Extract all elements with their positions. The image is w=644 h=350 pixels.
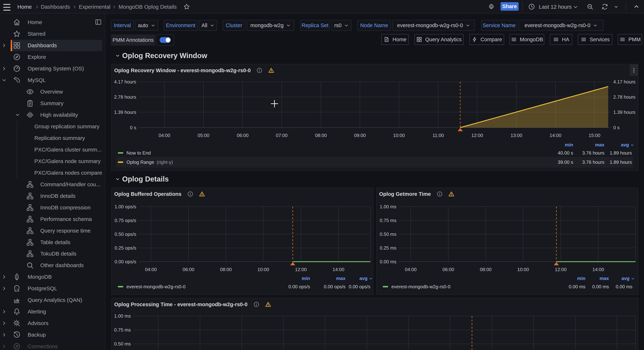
svg-text:14:00: 14:00	[550, 133, 561, 138]
svg-text:13:00: 13:00	[510, 133, 522, 138]
svg-text:1.00 ops/s: 1.00 ops/s	[114, 204, 136, 209]
svg-text:08:00: 08:00	[315, 133, 327, 138]
svg-text:09:00: 09:00	[354, 133, 366, 138]
svg-text:2.78 hours: 2.78 hours	[613, 94, 636, 100]
svg-text:0.25 ms: 0.25 ms	[380, 245, 397, 251]
svg-text:0.75 ops/s: 0.75 ops/s	[114, 218, 136, 223]
svg-text:10:00: 10:00	[257, 267, 269, 272]
svg-text:0.50 ms: 0.50 ms	[114, 341, 131, 346]
svg-text:06:00: 06:00	[237, 133, 248, 138]
svg-text:12:00: 12:00	[295, 267, 307, 272]
svg-text:1.00 ms: 1.00 ms	[114, 313, 131, 319]
svg-text:05:00: 05:00	[198, 133, 209, 138]
svg-text:1.39 hours: 1.39 hours	[114, 109, 136, 115]
svg-text:08:00: 08:00	[480, 267, 492, 272]
svg-text:04:00: 04:00	[158, 133, 170, 138]
svg-text:10:00: 10:00	[517, 267, 529, 272]
svg-text:06:00: 06:00	[182, 267, 194, 272]
svg-text:04:00: 04:00	[405, 267, 416, 272]
svg-text:14:00: 14:00	[332, 267, 344, 272]
svg-text:15:00: 15:00	[588, 133, 600, 138]
svg-text:2.78 hours: 2.78 hours	[114, 94, 136, 100]
svg-text:0.50 ms: 0.50 ms	[380, 232, 397, 237]
svg-text:0.75 ms: 0.75 ms	[114, 327, 131, 333]
svg-text:0.75 ms: 0.75 ms	[380, 218, 397, 223]
svg-text:12:00: 12:00	[471, 133, 483, 138]
svg-text:0 s: 0 s	[613, 125, 620, 130]
svg-text:14:00: 14:00	[592, 267, 604, 272]
svg-text:06:00: 06:00	[442, 267, 454, 272]
svg-text:0 s: 0 s	[130, 125, 136, 130]
svg-text:1.00 ms: 1.00 ms	[380, 204, 397, 209]
svg-text:12:00: 12:00	[555, 267, 566, 272]
svg-text:4.17 hours: 4.17 hours	[613, 79, 636, 85]
svg-text:0.25 ops/s: 0.25 ops/s	[114, 245, 136, 251]
svg-text:11:00: 11:00	[432, 133, 444, 138]
svg-text:0.50 ops/s: 0.50 ops/s	[114, 232, 136, 237]
svg-text:08:00: 08:00	[220, 267, 232, 272]
svg-text:1.39 hours: 1.39 hours	[613, 109, 636, 115]
svg-text:10:00: 10:00	[393, 133, 405, 138]
svg-text:07:00: 07:00	[276, 133, 288, 138]
svg-text:0.00 ops/s: 0.00 ops/s	[114, 259, 136, 264]
svg-text:4.17 hours: 4.17 hours	[114, 79, 136, 85]
svg-text:04:00: 04:00	[145, 267, 157, 272]
svg-text:0.00 ms: 0.00 ms	[380, 259, 397, 264]
